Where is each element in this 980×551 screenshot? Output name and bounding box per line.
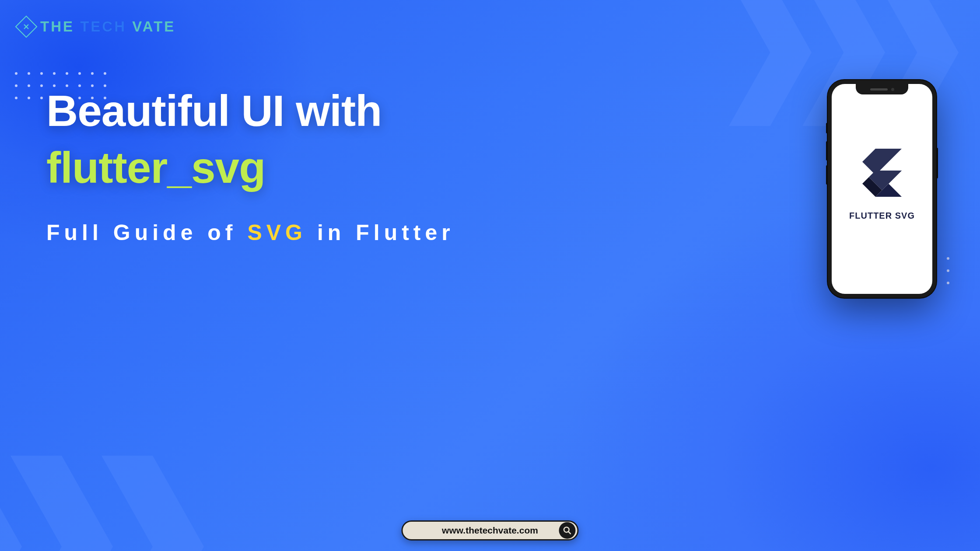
website-pill[interactable]: www.thetechvate.com [402, 520, 579, 541]
phone-app-label: FLUTTER SVG [849, 211, 915, 221]
phone-volume-down [826, 165, 828, 185]
dot [947, 257, 949, 260]
dot [15, 97, 18, 99]
subtitle: Full Guide of SVG in Flutter [46, 220, 761, 245]
subtitle-post: in Flutter [307, 220, 455, 245]
banner-canvas: THE TECH VATE Beautiful UI with flutter_… [0, 0, 980, 551]
headline-block: Beautiful UI with flutter_svg Full Guide… [46, 82, 761, 245]
phone-power-button [936, 148, 938, 178]
dot [15, 84, 18, 87]
dot [104, 72, 106, 75]
dot [947, 282, 949, 284]
svg-line-5 [568, 532, 570, 534]
title-line-2: flutter_svg [46, 143, 265, 192]
dot [53, 72, 56, 75]
brand-name: THE TECH VATE [40, 18, 175, 35]
website-url: www.thetechvate.com [442, 525, 538, 536]
dot [28, 72, 30, 75]
main-title: Beautiful UI with flutter_svg [46, 82, 761, 196]
phone-content: FLUTTER SVG [832, 84, 932, 294]
phone-screen: FLUTTER SVG [832, 84, 932, 294]
dot [40, 97, 43, 99]
phone-volume-up [826, 141, 828, 160]
dot [40, 72, 43, 75]
brand-word-3: VATE [132, 18, 175, 35]
dot [28, 84, 30, 87]
dot [947, 269, 949, 272]
search-icon[interactable] [559, 522, 576, 539]
subtitle-pre: Full Guide of [46, 220, 247, 245]
dot [40, 84, 43, 87]
subtitle-highlight: SVG [247, 220, 307, 245]
title-line-1: Beautiful UI with [46, 86, 382, 135]
dot [28, 97, 30, 99]
phone-mute-switch [826, 123, 828, 133]
brand-word-2: TECH [80, 18, 126, 35]
dot [66, 72, 68, 75]
chevron-decoration-bottom-left [0, 456, 215, 551]
brand-logo: THE TECH VATE [18, 18, 175, 35]
dot [15, 72, 18, 75]
brand-diamond-icon [15, 16, 38, 38]
brand-word-1: THE [40, 18, 74, 35]
phone-mockup: FLUTTER SVG [828, 80, 936, 298]
flutter-icon [862, 149, 902, 199]
dot [78, 72, 81, 75]
dot [91, 72, 94, 75]
